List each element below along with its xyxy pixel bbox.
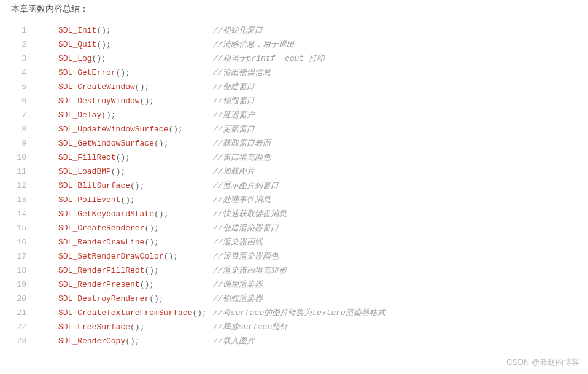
parentheses: (): [101, 111, 111, 120]
semicolon: ;: [111, 111, 116, 120]
semicolon: ;: [135, 337, 140, 346]
function-name: SDL_GetWindowSurface: [58, 139, 154, 148]
code-line: SDL_Delay();//延迟窗户: [33, 108, 577, 122]
semicolon: ;: [130, 195, 135, 205]
line-number: 8: [11, 122, 26, 136]
semicolon: ;: [140, 181, 145, 190]
line-number: 12: [11, 179, 26, 193]
code-line: SDL_CreateRenderer();//创建渲染器窗口: [33, 221, 577, 235]
function-call: SDL_UpdateWindowSurface();: [58, 122, 213, 136]
function-name: SDL_Quit: [58, 40, 96, 49]
parentheses: (): [116, 153, 126, 162]
function-call: SDL_Init();: [58, 23, 213, 37]
function-call: SDL_GetError();: [58, 66, 213, 80]
indent-guide: [42, 165, 42, 179]
parentheses: (): [130, 181, 140, 190]
parentheses: (): [144, 238, 154, 247]
semicolon: ;: [173, 252, 178, 261]
semicolon: ;: [125, 68, 130, 77]
line-number: 5: [11, 80, 26, 94]
semicolon: ;: [154, 224, 159, 233]
line-number: 2: [11, 37, 26, 52]
line-number: 20: [11, 292, 26, 306]
function-call: SDL_SetRenderDrawColor();: [58, 249, 213, 263]
indent-guide: [42, 66, 42, 80]
comment: //渲染器画填充矩形: [213, 263, 287, 278]
line-number: 21: [11, 306, 26, 320]
comment: //更新窗口: [213, 122, 255, 136]
function-name: SDL_Init: [58, 26, 96, 35]
indent-guide: [42, 122, 42, 136]
parentheses: (): [154, 139, 164, 148]
comment: //释放surface指针: [213, 320, 288, 334]
line-number: 19: [11, 278, 26, 292]
function-name: SDL_Delay: [58, 111, 101, 120]
indent-guide: [42, 136, 42, 150]
function-name: SDL_FreeSurface: [58, 322, 130, 332]
parentheses: (): [116, 68, 126, 77]
function-call: SDL_Delay();: [58, 108, 213, 122]
function-name: SDL_RenderPresent: [58, 280, 140, 289]
indent-guide: [42, 80, 42, 94]
semicolon: ;: [154, 266, 159, 275]
code-line: SDL_CreateWindow();//创建窗口: [33, 80, 577, 94]
line-number: 3: [11, 52, 26, 66]
function-name: SDL_DestroyWindow: [58, 96, 140, 106]
function-call: SDL_GetKeyboardState();: [58, 207, 213, 221]
code-line: SDL_DestroyRenderer();//销毁渲染器: [33, 292, 577, 306]
function-call: SDL_DestroyWindow();: [58, 94, 213, 108]
comment: //销毁渲染器: [213, 292, 263, 306]
parentheses: (): [149, 294, 159, 303]
function-name: SDL_PollEvent: [58, 195, 120, 205]
code-line: SDL_SetRenderDrawColor();//设置渲染器颜色: [33, 249, 577, 263]
code-line: SDL_RenderPresent();//调用渲染器: [33, 278, 577, 292]
function-call: SDL_FreeSurface();: [58, 320, 213, 334]
semicolon: ;: [149, 96, 154, 106]
semicolon: ;: [159, 294, 164, 303]
parentheses: (): [140, 280, 150, 289]
function-name: SDL_CreateTextureFromSurface: [58, 308, 192, 318]
function-call: SDL_PollEvent();: [58, 193, 213, 207]
comment: //创建窗口: [213, 80, 255, 94]
function-name: SDL_GetError: [58, 68, 116, 77]
code-line: SDL_Init();//初始化窗口: [33, 23, 577, 37]
function-call: SDL_CreateRenderer();: [58, 221, 213, 235]
parentheses: (): [111, 167, 121, 176]
code-line: SDL_RenderDrawLine();//渲染器画线: [33, 235, 577, 249]
comment: //渲染器画线: [213, 235, 263, 249]
semicolon: ;: [106, 40, 111, 49]
line-number: 10: [11, 150, 26, 165]
function-call: SDL_CreateTextureFromSurface();: [58, 306, 213, 320]
parentheses: (): [96, 26, 106, 35]
parentheses: (): [96, 40, 106, 49]
comment: //处理事件消息: [213, 193, 271, 207]
function-name: SDL_DestroyRenderer: [58, 294, 149, 303]
semicolon: ;: [125, 153, 130, 162]
parentheses: (): [125, 337, 135, 346]
semicolon: ;: [149, 280, 154, 289]
comment: //载入图片: [213, 334, 255, 348]
code-line: SDL_UpdateWindowSurface();//更新窗口: [33, 122, 577, 136]
indent-guide: [42, 37, 42, 52]
code-lines: SDL_Init();//初始化窗口SDL_Quit();//清除信息，用于退出…: [33, 22, 577, 349]
indent-guide: [42, 207, 42, 221]
comment: //调用渲染器: [213, 278, 263, 292]
code-line: SDL_GetWindowSurface();//获取窗口表面: [33, 136, 577, 150]
code-line: SDL_FillRect();//窗口填充颜色: [33, 150, 577, 165]
line-number: 6: [11, 94, 26, 108]
indent-guide: [42, 249, 42, 263]
indent-guide: [42, 23, 42, 37]
parentheses: (): [144, 224, 154, 233]
parentheses: (): [130, 322, 140, 332]
code-line: SDL_CreateTextureFromSurface();//将surfac…: [33, 306, 577, 320]
semicolon: ;: [164, 209, 169, 219]
code-line: SDL_Log();//相当于printf cout 打印: [33, 52, 577, 66]
code-line: SDL_LoadBMP();//加载图片: [33, 165, 577, 179]
semicolon: ;: [140, 322, 145, 332]
code-line: SDL_RenderCopy();//载入图片: [33, 334, 577, 348]
line-number: 23: [11, 334, 26, 348]
comment: //获取窗口表面: [213, 136, 271, 150]
indent-guide: [42, 320, 42, 334]
function-name: SDL_RenderFillRect: [58, 266, 144, 275]
indent-guide: [42, 193, 42, 207]
